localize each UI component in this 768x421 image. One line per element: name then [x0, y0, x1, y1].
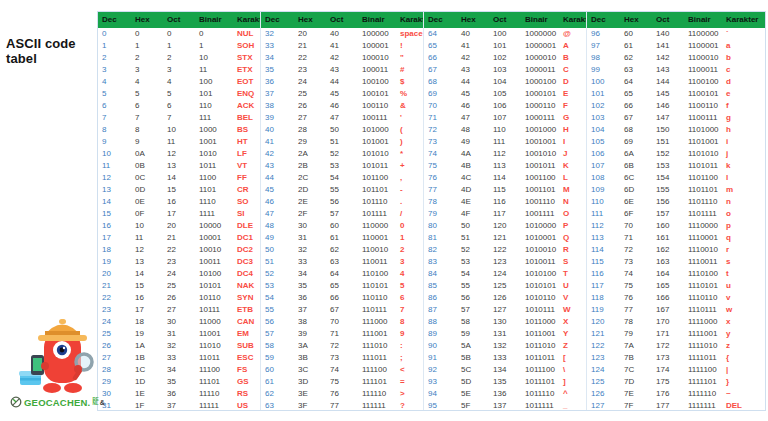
hex-cell: 58 [457, 316, 489, 328]
oct-cell: 112 [489, 148, 521, 160]
dec-cell: 47 [261, 208, 294, 220]
dec-cell: 108 [587, 172, 620, 184]
dec-cell: 13 [98, 184, 131, 196]
binair-cell: 1110 [195, 196, 233, 208]
binair-cell: 10 [195, 52, 233, 64]
dec-cell: 72 [424, 124, 457, 136]
table-row: 1096D1551101101m [587, 184, 765, 196]
ascii-group: DecHexOctBinairKarakter64401001000000@65… [423, 12, 586, 410]
hex-cell: 67 [620, 112, 652, 124]
table-row: 116741641110100t [587, 268, 765, 280]
dec-cell: 52 [261, 268, 294, 280]
karakter-cell: ETX [233, 64, 260, 76]
oct-cell: 162 [652, 244, 684, 256]
table-row: 5739711110019 [261, 328, 423, 340]
dec-cell: 1 [98, 40, 131, 52]
binair-cell: 101010 [358, 148, 396, 160]
binair-cell: 1100000 [684, 28, 722, 40]
oct-cell: 60 [326, 220, 358, 232]
binair-cell: 1010000 [521, 220, 559, 232]
binair-cell: 1100111 [684, 112, 722, 124]
table-row: 97611411100001a [587, 40, 765, 52]
dec-cell: 122 [587, 340, 620, 352]
hex-cell: 52 [457, 244, 489, 256]
karakter-cell: q [722, 232, 765, 244]
table-row: 23172710111ETB [98, 304, 260, 316]
table-row: 432B53101011+ [261, 160, 423, 172]
dec-cell: 61 [261, 376, 294, 388]
hex-cell: 1A [131, 340, 163, 352]
hex-cell: 55 [457, 280, 489, 292]
dec-cell: 96 [587, 28, 620, 40]
dec-cell: 33 [261, 40, 294, 52]
binair-cell: 1111111 [684, 400, 722, 412]
brand-domain-nl: NL [92, 402, 98, 407]
binair-cell: 110000 [358, 220, 396, 232]
karakter-cell: b [722, 52, 765, 64]
oct-cell: 116 [489, 196, 521, 208]
hex-cell: 3E [294, 388, 326, 400]
dec-cell: 78 [424, 196, 457, 208]
oct-cell: 31 [163, 328, 195, 340]
karakter-cell: NUL [233, 28, 260, 40]
binair-cell: 1111 [195, 208, 233, 220]
hex-cell: 7 [131, 112, 163, 124]
brand-row: GEOCACHEN. BE NL & [10, 396, 110, 408]
oct-cell: 47 [326, 112, 358, 124]
karakter-cell: K [559, 160, 586, 172]
dec-cell: 17 [98, 232, 131, 244]
table-row: 68441041000100D [424, 76, 586, 88]
karakter-cell: / [396, 208, 423, 220]
binair-cell: 1001101 [521, 184, 559, 196]
oct-cell: 20 [163, 220, 195, 232]
dec-cell: 39 [261, 112, 294, 124]
binair-cell: 10110 [195, 292, 233, 304]
hex-cell: 76 [620, 292, 652, 304]
table-row: 101651451100101e [587, 88, 765, 100]
table-row: 64401001000000@ [424, 28, 586, 40]
oct-cell: 3 [163, 64, 195, 76]
karakter-cell: DLE [233, 220, 260, 232]
oct-cell: 1 [163, 40, 195, 52]
oct-cell: 177 [652, 400, 684, 412]
table-row: 99111001HT [98, 136, 260, 148]
karakter-cell: . [396, 196, 423, 208]
dec-cell: 95 [424, 400, 457, 412]
karakter-cell: R [559, 244, 586, 256]
dec-cell: 3 [98, 64, 131, 76]
dec-cell: 80 [424, 220, 457, 232]
table-row: 5436661101106 [261, 292, 423, 304]
oct-cell: 115 [489, 184, 521, 196]
table-row: 110B131011VT [98, 160, 260, 172]
hex-cell: 73 [620, 256, 652, 268]
oct-cell: 27 [163, 304, 195, 316]
dec-cell: 74 [424, 148, 457, 160]
binair-cell: 1110010 [684, 244, 722, 256]
hex-cell: 30 [294, 220, 326, 232]
dec-cell: 82 [424, 244, 457, 256]
header-cell: Oct [163, 12, 195, 28]
dec-cell: 103 [587, 112, 620, 124]
binair-cell: 111101 [358, 376, 396, 388]
binair-cell: 1101100 [684, 172, 722, 184]
header-cell: Hex [620, 12, 652, 28]
header-cell: Dec [587, 12, 620, 28]
oct-cell: 136 [489, 388, 521, 400]
karakter-cell: V [559, 292, 586, 304]
hex-cell: 45 [457, 88, 489, 100]
binair-cell: 110100 [358, 268, 396, 280]
table-row: 452D55101101- [261, 184, 423, 196]
oct-cell: 7 [163, 112, 195, 124]
hex-cell: 10 [131, 220, 163, 232]
table-row: 72481101001000H [424, 124, 586, 136]
oct-cell: 41 [326, 40, 358, 52]
dec-cell: 79 [424, 208, 457, 220]
table-row: 87571271010111W [424, 304, 586, 316]
binair-cell: 111100 [358, 364, 396, 376]
oct-cell: 72 [326, 340, 358, 352]
hex-cell: 36 [294, 292, 326, 304]
hex-cell: 21 [294, 40, 326, 52]
karakter-cell: BEL [233, 112, 260, 124]
hex-cell: 4 [131, 76, 163, 88]
oct-cell: 13 [163, 160, 195, 172]
